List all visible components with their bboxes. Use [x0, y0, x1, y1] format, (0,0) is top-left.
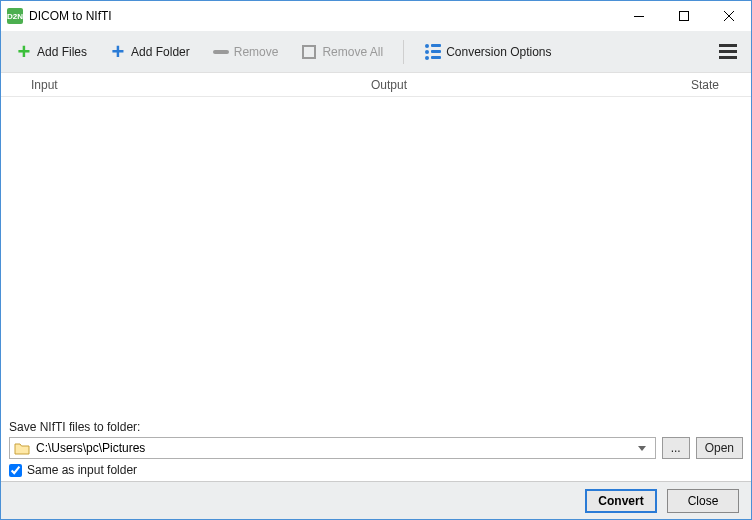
close-app-button[interactable]: Close — [667, 489, 739, 513]
square-icon — [300, 43, 318, 61]
path-row: ... Open — [9, 437, 743, 459]
dropdown-icon[interactable] — [633, 438, 651, 458]
column-input[interactable]: Input — [1, 78, 341, 92]
add-files-button[interactable]: + Add Files — [9, 39, 93, 65]
app-window: D2N DICOM to NIfTI + Add Files + Add Fol… — [0, 0, 752, 520]
svg-line-2 — [724, 11, 734, 21]
column-output[interactable]: Output — [341, 78, 661, 92]
separator — [403, 40, 404, 64]
minimize-button[interactable] — [616, 1, 661, 31]
plus-icon: + — [109, 43, 127, 61]
list-header: Input Output State — [1, 73, 751, 97]
app-icon: D2N — [7, 8, 23, 24]
remove-all-label: Remove All — [322, 45, 383, 59]
menu-button[interactable] — [713, 38, 743, 65]
same-as-input-label: Same as input folder — [27, 463, 137, 477]
minus-icon — [212, 43, 230, 61]
maximize-button[interactable] — [661, 1, 706, 31]
remove-all-button: Remove All — [294, 39, 389, 65]
path-combobox[interactable] — [9, 437, 656, 459]
conversion-options-button[interactable]: Conversion Options — [418, 39, 557, 65]
same-as-input-row[interactable]: Same as input folder — [9, 463, 743, 477]
list-icon — [424, 43, 442, 61]
svg-rect-0 — [634, 16, 644, 17]
toolbar: + Add Files + Add Folder Remove Remove A… — [1, 31, 751, 73]
remove-button: Remove — [206, 39, 285, 65]
add-folder-label: Add Folder — [131, 45, 190, 59]
save-folder-label: Save NIfTI files to folder: — [9, 420, 743, 434]
footer: Convert Close — [1, 481, 751, 519]
path-input[interactable] — [36, 441, 633, 455]
same-as-input-checkbox[interactable] — [9, 464, 22, 477]
close-button[interactable] — [706, 1, 751, 31]
column-state[interactable]: State — [661, 78, 751, 92]
browse-button[interactable]: ... — [662, 437, 690, 459]
plus-icon: + — [15, 43, 33, 61]
folder-icon — [14, 441, 30, 455]
conversion-options-label: Conversion Options — [446, 45, 551, 59]
open-button[interactable]: Open — [696, 437, 743, 459]
titlebar: D2N DICOM to NIfTI — [1, 1, 751, 31]
remove-label: Remove — [234, 45, 279, 59]
window-title: DICOM to NIfTI — [29, 9, 616, 23]
file-list[interactable] — [1, 97, 751, 414]
add-folder-button[interactable]: + Add Folder — [103, 39, 196, 65]
add-files-label: Add Files — [37, 45, 87, 59]
svg-line-3 — [724, 11, 734, 21]
convert-button[interactable]: Convert — [585, 489, 657, 513]
bottom-panel: Save NIfTI files to folder: ... Open Sam… — [1, 414, 751, 481]
svg-rect-1 — [679, 12, 688, 21]
